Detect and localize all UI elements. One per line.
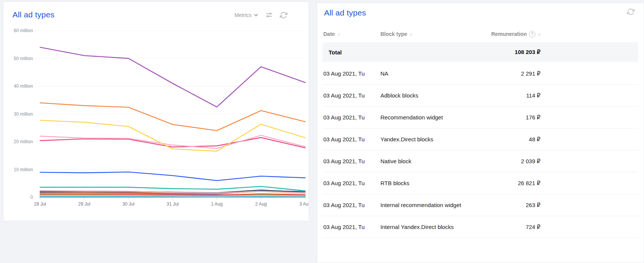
row-date: 03 Aug 2021, Tu	[323, 202, 380, 208]
svg-text:2 Aug: 2 Aug	[255, 201, 267, 207]
table-row: 03 Aug 2021, Tu Internal recommendation …	[323, 194, 638, 216]
table-row: 03 Aug 2021, Tu RTB blocks 26 821 ₽	[323, 172, 638, 194]
svg-text:60 million: 60 million	[14, 28, 33, 33]
table-total-row: Total 108 203 ₽	[323, 42, 638, 62]
row-date: 03 Aug 2021, Tu	[323, 224, 380, 230]
row-remuneration: 176 ₽	[469, 114, 540, 121]
row-remuneration: 114 ₽	[469, 92, 540, 99]
table-row: 03 Aug 2021, Tu Internal Yandex.Direct b…	[323, 216, 638, 238]
row-date: 03 Aug 2021, Tu	[323, 180, 380, 186]
sort-icon: ↓↑	[410, 32, 412, 36]
row-remuneration: 26 821 ₽	[469, 180, 540, 187]
table-row: 03 Aug 2021, Tu Recommendation widget 17…	[323, 107, 638, 128]
help-icon[interactable]: ?	[529, 31, 535, 37]
column-header-remuneration[interactable]: Remuneration ? ↓↑	[469, 31, 540, 37]
table-refresh-button[interactable]	[627, 8, 635, 15]
row-block-type: Internal recommendation widget	[380, 202, 469, 208]
table-row: 03 Aug 2021, Tu Yandex.Direct blocks 48 …	[323, 128, 638, 150]
row-date: 03 Aug 2021, Tu	[323, 114, 380, 121]
table-row: 03 Aug 2021, Tu Adblock blocks 114 ₽	[323, 85, 638, 107]
table-row: 03 Aug 2021, Tu Native block 2 039 ₽	[323, 150, 638, 172]
row-block-type: Yandex.Direct blocks	[380, 136, 469, 142]
total-label: Total	[323, 49, 380, 56]
row-remuneration: 724 ₽	[469, 224, 540, 231]
svg-text:3 Aug: 3 Aug	[299, 201, 308, 207]
svg-text:10 million: 10 million	[14, 167, 33, 172]
row-remuneration: 2 291 ₽	[469, 70, 540, 77]
table-panel-title: All ad types	[324, 8, 366, 17]
row-date: 03 Aug 2021, Tu	[323, 158, 380, 164]
line-chart[interactable]: 60 million50 million40 million30 million…	[3, 2, 308, 220]
column-header-date[interactable]: Date ↓↑	[323, 31, 380, 37]
svg-text:0: 0	[30, 195, 33, 200]
row-remuneration: 48 ₽	[469, 136, 540, 143]
remuneration-table: Date ↓↑ Block type ↓↑ Remuneration ? ↓↑ …	[323, 26, 638, 238]
svg-text:28 Jul: 28 Jul	[34, 201, 46, 207]
svg-text:30 Jul: 30 Jul	[123, 201, 135, 207]
table-body: 03 Aug 2021, Tu NA 2 291 ₽ 03 Aug 2021, …	[323, 63, 638, 238]
sort-icon: ↓↑	[337, 32, 340, 36]
chart-panel: All ad types Metrics	[3, 2, 309, 221]
row-remuneration: 263 ₽	[469, 202, 540, 209]
total-remuneration: 108 203 ₽	[469, 49, 540, 56]
row-block-type: Internal Yandex.Direct blocks	[380, 224, 469, 230]
table-header-row: Date ↓↑ Block type ↓↑ Remuneration ? ↓↑	[323, 26, 638, 42]
svg-text:1 Aug: 1 Aug	[211, 201, 223, 207]
svg-text:31 Jul: 31 Jul	[166, 201, 178, 207]
column-header-block-type[interactable]: Block type ↓↑	[380, 31, 469, 37]
row-block-type: Native block	[380, 158, 469, 164]
svg-text:30 million: 30 million	[14, 111, 33, 117]
table-row: 03 Aug 2021, Tu NA 2 291 ₽	[323, 63, 638, 85]
row-date: 03 Aug 2021, Tu	[323, 136, 380, 142]
svg-text:40 million: 40 million	[14, 84, 33, 89]
svg-text:50 million: 50 million	[14, 56, 33, 61]
sort-icon: ↓↑	[538, 32, 540, 36]
svg-text:20 million: 20 million	[14, 139, 33, 144]
refresh-icon	[627, 8, 635, 15]
row-date: 03 Aug 2021, Tu	[323, 70, 380, 77]
svg-text:29 Jul: 29 Jul	[78, 201, 90, 207]
table-panel: All ad types Date ↓↑ Block type ↓↑ Remun…	[317, 3, 644, 263]
row-block-type: Adblock blocks	[380, 92, 469, 99]
row-block-type: Recommendation widget	[380, 114, 469, 121]
row-remuneration: 2 039 ₽	[469, 158, 540, 165]
row-block-type: NA	[380, 70, 469, 77]
row-block-type: RTB blocks	[380, 180, 469, 186]
row-date: 03 Aug 2021, Tu	[323, 92, 380, 99]
